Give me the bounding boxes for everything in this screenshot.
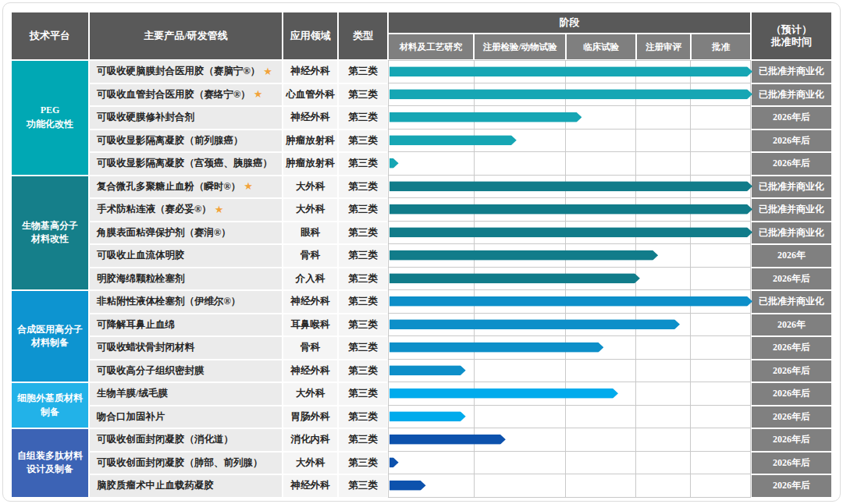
stage-slot bbox=[566, 152, 636, 175]
field-cell: 骨科 bbox=[283, 336, 338, 360]
approval-time-cell: 已批准并商业化 bbox=[751, 83, 832, 107]
stage-cell bbox=[388, 382, 751, 406]
platform-cell: 生物基高分子 材料改性 bbox=[11, 176, 89, 291]
approval-time-cell: 2026年后 bbox=[751, 130, 832, 153]
product-name: 可降解耳鼻止血绵 bbox=[97, 318, 175, 332]
product-cell: 可降解耳鼻止血绵 bbox=[89, 314, 283, 337]
progress-bar bbox=[389, 389, 618, 399]
product-cell: 可吸收硬脑膜封合医用胶（赛脑宁®）★ bbox=[89, 60, 283, 83]
header-field: 应用领域 bbox=[283, 12, 338, 60]
stage-slot bbox=[636, 130, 691, 152]
stage-slot bbox=[475, 152, 566, 175]
stage-slot bbox=[475, 474, 566, 497]
platform-cell: 合成医用高分子 材料制备 bbox=[11, 290, 89, 382]
field-cell: 胃肠外科 bbox=[283, 406, 338, 429]
product-cell: 手术防粘连液（赛必妥®）★ bbox=[89, 198, 283, 222]
stage-slot bbox=[691, 152, 751, 175]
stage-cell bbox=[388, 130, 751, 153]
stage-cell bbox=[388, 360, 751, 383]
stage-slot bbox=[691, 336, 751, 359]
progress-bar bbox=[389, 227, 752, 237]
stage-cell bbox=[388, 106, 751, 130]
type-cell: 第三类 bbox=[338, 406, 388, 429]
product-name: 脑胶质瘤术中止血载药凝胶 bbox=[97, 479, 214, 492]
product-cell: 可吸收硬膜修补封合剂 bbox=[89, 106, 283, 130]
stage-slot bbox=[566, 130, 636, 152]
stage-slot bbox=[636, 406, 691, 428]
product-name: 生物羊膜/绒毛膜 bbox=[97, 387, 168, 400]
product-cell: 可吸收蜡状骨封闭材料 bbox=[89, 336, 283, 360]
stage-slot bbox=[566, 360, 636, 382]
stage-slot bbox=[691, 360, 751, 382]
stage-slot bbox=[691, 406, 751, 428]
platform-cell: 自组装多肽材料 设计及制备 bbox=[11, 428, 89, 498]
stage-slot bbox=[566, 474, 636, 497]
type-cell: 第三类 bbox=[338, 130, 388, 153]
approval-time-cell: 2026年后 bbox=[751, 336, 832, 360]
approval-time-cell: 2026年后 bbox=[751, 152, 832, 176]
approval-time-cell: 已批准并商业化 bbox=[751, 290, 832, 314]
product-cell: 吻合口加固补片 bbox=[89, 406, 283, 429]
type-cell: 第三类 bbox=[338, 198, 388, 222]
stage-cell bbox=[388, 222, 751, 245]
field-cell: 心血管外科 bbox=[283, 83, 338, 107]
stage-slot bbox=[566, 452, 636, 474]
header-stage-approved: 批准 bbox=[691, 34, 751, 60]
stage-cell bbox=[388, 290, 751, 314]
type-cell: 第三类 bbox=[338, 152, 388, 176]
progress-bar bbox=[389, 89, 752, 99]
stage-slot bbox=[691, 130, 751, 152]
stage-cell bbox=[388, 428, 751, 452]
field-cell: 神经外科 bbox=[283, 106, 338, 130]
approval-time-cell: 已批准并商业化 bbox=[751, 198, 832, 222]
approval-time-cell: 2026年 bbox=[751, 244, 832, 268]
product-name: 手术防粘连液（赛必妥®） bbox=[97, 203, 212, 216]
progress-bar bbox=[389, 319, 680, 329]
product-cell: 非粘附性液体栓塞剂（伊维尔®） bbox=[89, 290, 283, 314]
stage-slot bbox=[388, 152, 475, 175]
approval-time-cell: 2026年后 bbox=[751, 428, 832, 452]
stage-cell bbox=[388, 452, 751, 475]
product-name: 可吸收高分子组织密封膜 bbox=[97, 364, 205, 378]
stage-slot bbox=[691, 428, 751, 451]
type-cell: 第三类 bbox=[338, 60, 388, 83]
field-cell: 眼科 bbox=[283, 222, 338, 245]
stage-cell bbox=[388, 314, 751, 337]
stage-slot bbox=[566, 428, 636, 451]
field-cell: 大外科 bbox=[283, 382, 338, 406]
stage-slot bbox=[566, 406, 636, 428]
approval-time-cell: 2026年后 bbox=[751, 382, 832, 406]
progress-bar bbox=[389, 181, 752, 191]
header-platform: 技术平台 bbox=[11, 12, 89, 60]
type-cell: 第三类 bbox=[338, 83, 388, 107]
product-cell: 生物羊膜/绒毛膜 bbox=[89, 382, 283, 406]
header-stage-registration-test: 注册检验/动物试验 bbox=[474, 34, 566, 60]
star-icon: ★ bbox=[244, 180, 253, 193]
approval-time-cell: 2026年后 bbox=[751, 360, 832, 383]
stage-cell bbox=[388, 474, 751, 498]
progress-bar bbox=[389, 296, 752, 307]
stage-cell bbox=[388, 152, 751, 176]
stage-slot bbox=[388, 452, 475, 474]
approval-time-cell: 2026年后 bbox=[751, 474, 832, 498]
progress-bar bbox=[389, 204, 752, 215]
stage-cell bbox=[388, 198, 751, 222]
approval-time-cell: 已批准并商业化 bbox=[751, 60, 832, 83]
type-cell: 第三类 bbox=[338, 106, 388, 130]
type-cell: 第三类 bbox=[338, 360, 388, 383]
type-cell: 第三类 bbox=[338, 452, 388, 475]
stage-slot bbox=[691, 314, 751, 336]
product-name: 非粘附性液体栓塞剂（伊维尔®） bbox=[97, 295, 240, 308]
progress-bar bbox=[389, 365, 466, 375]
product-name: 可吸收创面封闭凝胶（消化道） bbox=[97, 433, 233, 446]
product-cell: 可吸收显影隔离凝胶（前列腺癌） bbox=[89, 130, 283, 153]
product-cell: 可吸收高分子组织密封膜 bbox=[89, 360, 283, 383]
field-cell: 神经外科 bbox=[283, 60, 338, 83]
stage-slot bbox=[636, 336, 691, 359]
product-name: 可吸收蜡状骨封闭材料 bbox=[97, 341, 194, 354]
type-cell: 第三类 bbox=[338, 336, 388, 360]
approval-time-cell: 已批准并商业化 bbox=[751, 222, 832, 245]
approval-time-cell: 2026年后 bbox=[751, 452, 832, 475]
field-cell: 大外科 bbox=[283, 176, 338, 199]
header-stage: 阶段 bbox=[388, 12, 751, 34]
